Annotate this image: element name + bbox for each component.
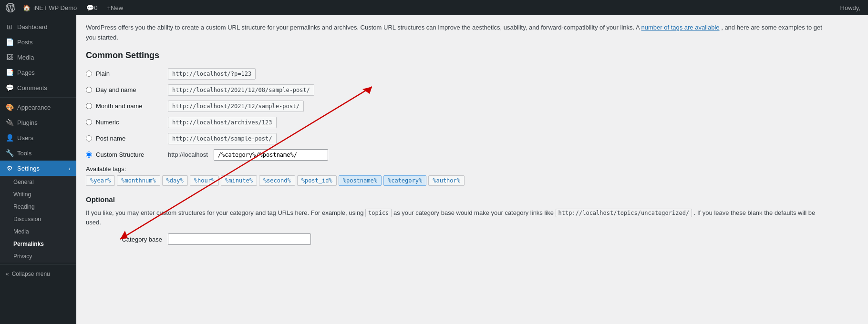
users-icon: 👤 [6, 134, 13, 142]
submenu-writing[interactable]: Writing [0, 188, 76, 201]
tag-button[interactable]: %year% [86, 175, 115, 186]
admin-bar: 🏠 iNET WP Demo 💬 0 + New Howdy, [0, 0, 868, 15]
sidebar-item-label: Plugins [17, 119, 38, 126]
label-month-name[interactable]: Month and name [86, 102, 162, 110]
wp-logo[interactable] [4, 0, 17, 15]
category-base-input[interactable] [168, 233, 311, 245]
main-content: WordPress offers you the ability to crea… [76, 15, 868, 324]
sidebar-item-label: Comments [17, 84, 47, 91]
tag-button[interactable]: %hour% [190, 175, 219, 186]
sidebar-item-posts[interactable]: 📄 Posts [0, 34, 76, 50]
submenu-privacy[interactable]: Privacy [0, 250, 76, 263]
collapse-menu-button[interactable]: « Collapse menu [0, 267, 76, 281]
submenu-permalinks[interactable]: Permalinks [0, 238, 76, 250]
sidebar-item-label: Tools [17, 150, 31, 157]
tag-button[interactable]: %day% [162, 175, 188, 186]
sidebar-item-appearance[interactable]: 🎨 Appearance [0, 100, 76, 115]
label-plain[interactable]: Plain [86, 70, 162, 77]
sidebar-item-comments[interactable]: 💬 Comments [0, 80, 76, 95]
sidebar-item-dashboard[interactable]: ⊞ Dashboard [0, 19, 76, 34]
adminbar-site-name[interactable]: 🏠 iNET WP Demo [19, 0, 81, 15]
sidebar-item-settings[interactable]: ⚙ Settings › [0, 161, 76, 176]
optional-code-topics: topics [365, 209, 392, 217]
optional-title: Optional [86, 195, 830, 203]
label-numeric[interactable]: Numeric [86, 119, 162, 126]
common-settings-title: Common Settings [86, 51, 830, 61]
pages-icon: 📑 [6, 69, 13, 76]
radio-numeric[interactable] [86, 119, 92, 125]
permalink-row-custom: Custom Structure http://localhost [86, 149, 830, 161]
site-icon: 🏠 [23, 4, 31, 11]
collapse-icon: « [6, 271, 9, 277]
adminbar-howdy: Howdy, [837, 4, 864, 11]
submenu-general[interactable]: General [0, 176, 76, 188]
custom-structure-input[interactable] [214, 149, 328, 161]
settings-icon: ⚙ [6, 164, 13, 172]
radio-post-name[interactable] [86, 135, 92, 142]
custom-base-url: http://localhost [168, 151, 208, 158]
optional-url-example: http://localhost/topics/uncategorized/ [556, 209, 692, 217]
appearance-icon: 🎨 [6, 103, 13, 111]
submenu-media[interactable]: Media [0, 225, 76, 238]
settings-submenu: General Writing Reading Discussion Media… [0, 176, 76, 263]
url-day-name: http://localhost/2021/12/08/sample-post/ [168, 84, 314, 96]
submenu-discussion[interactable]: Discussion [0, 213, 76, 225]
radio-day-name[interactable] [86, 87, 92, 93]
url-plain: http://localhost/?p=123 [168, 68, 256, 80]
chevron-right-icon: › [69, 165, 71, 172]
tag-button[interactable]: %postname% [339, 175, 382, 186]
tag-button[interactable]: %monthnum% [117, 175, 160, 186]
optional-description: If you like, you may enter custom struct… [86, 208, 830, 228]
tag-buttons-container: %year%%monthnum%%day%%hour%%minute%%seco… [86, 175, 830, 186]
sidebar-item-plugins[interactable]: 🔌 Plugins [0, 115, 76, 130]
sidebar-item-label: Posts [17, 39, 33, 46]
tools-icon: 🔧 [6, 149, 13, 157]
permalink-row-day-name: Day and name http://localhost/2021/12/08… [86, 84, 830, 96]
tags-link[interactable]: number of tags are available [641, 24, 719, 31]
sidebar-item-label: Media [17, 54, 34, 61]
tag-button[interactable]: %post_id% [297, 175, 337, 186]
category-base-field: Category base [86, 233, 830, 245]
radio-month-name[interactable] [86, 103, 92, 109]
available-tags-label: Available tags: [86, 165, 830, 172]
radio-plain[interactable] [86, 71, 92, 77]
admin-sidebar: ⊞ Dashboard 📄 Posts 🖼 Media 📑 Pages 💬 Co… [0, 15, 76, 324]
sidebar-item-pages[interactable]: 📑 Pages [0, 65, 76, 80]
adminbar-comments[interactable]: 💬 0 [83, 0, 101, 15]
tag-button[interactable]: %minute% [221, 175, 257, 186]
sidebar-item-users[interactable]: 👤 Users [0, 130, 76, 145]
sidebar-item-tools[interactable]: 🔧 Tools [0, 145, 76, 161]
sidebar-item-label: Appearance [17, 104, 51, 111]
sidebar-item-label: Users [17, 134, 33, 142]
sidebar-item-media[interactable]: 🖼 Media [0, 50, 76, 65]
sidebar-item-label: Settings [17, 165, 40, 172]
tag-button[interactable]: %second% [259, 175, 295, 186]
url-month-name: http://localhost/2021/12/sample-post/ [168, 101, 304, 112]
available-tags-section: Available tags: %year%%monthnum%%day%%ho… [86, 165, 830, 186]
plus-icon: + [107, 4, 111, 11]
url-numeric: http://localhost/archives/123 [168, 117, 277, 128]
permalink-row-post-name: Post name http://localhost/sample-post/ [86, 133, 830, 144]
label-post-name[interactable]: Post name [86, 135, 162, 142]
tag-button[interactable]: %author% [428, 175, 465, 186]
tag-button[interactable]: %category% [383, 175, 426, 186]
label-day-name[interactable]: Day and name [86, 86, 162, 93]
radio-custom[interactable] [86, 152, 92, 158]
submenu-reading[interactable]: Reading [0, 201, 76, 213]
plugins-icon: 🔌 [6, 119, 13, 126]
category-base-label: Category base [86, 236, 162, 243]
sidebar-item-label: Dashboard [17, 23, 48, 30]
permalink-row-numeric: Numeric http://localhost/archives/123 [86, 117, 830, 128]
comments-icon: 💬 [86, 4, 94, 11]
posts-icon: 📄 [6, 38, 13, 46]
permalink-row-month-name: Month and name http://localhost/2021/12/… [86, 101, 830, 112]
url-post-name: http://localhost/sample-post/ [168, 133, 277, 144]
adminbar-new[interactable]: + New [103, 0, 127, 15]
intro-paragraph: WordPress offers you the ability to crea… [86, 23, 830, 43]
content-wrap: WordPress offers you the ability to crea… [76, 15, 839, 253]
label-custom[interactable]: Custom Structure [86, 151, 162, 158]
media-icon: 🖼 [6, 53, 13, 61]
dashboard-icon: ⊞ [6, 23, 13, 30]
comments-icon: 💬 [6, 84, 13, 91]
sidebar-item-label: Pages [17, 69, 35, 76]
